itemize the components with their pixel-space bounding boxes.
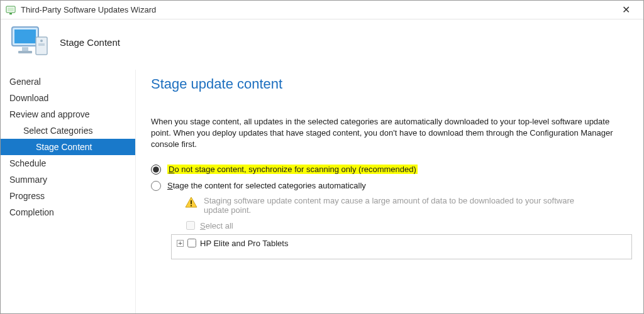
sidebar-item-download[interactable]: Download xyxy=(1,90,135,106)
sidebar-item-stage-content[interactable]: Stage Content xyxy=(1,139,135,155)
close-button[interactable]: ✕ xyxy=(613,4,638,16)
sidebar-item-general[interactable]: General xyxy=(1,73,135,90)
svg-rect-9 xyxy=(38,43,45,46)
radio-stage-auto-input[interactable] xyxy=(151,181,161,191)
radio-do-not-stage-label: Do not stage content, synchronize for sc… xyxy=(167,165,418,174)
categories-tree[interactable]: + HP Elite and Pro Tablets xyxy=(171,234,632,259)
tree-expander-icon[interactable]: + xyxy=(177,240,184,247)
page-header: Stage Content xyxy=(1,19,643,70)
sidebar: GeneralDownloadReview and approveSelect … xyxy=(1,70,136,313)
stage-options: Do not stage content, synchronize for sc… xyxy=(151,165,632,191)
svg-rect-6 xyxy=(18,51,32,53)
content-description: When you stage content, all updates in t… xyxy=(151,116,616,151)
radio-do-not-stage-input[interactable] xyxy=(151,165,161,175)
select-all-row[interactable]: Select all xyxy=(186,221,632,230)
wizard-window: Third-Party Software Updates Wizard ✕ St… xyxy=(0,0,644,314)
sidebar-item-progress[interactable]: Progress xyxy=(1,188,135,204)
sidebar-item-summary[interactable]: Summary xyxy=(1,171,135,188)
staging-warning-text: Staging software update content may caus… xyxy=(204,196,587,215)
select-all-checkbox[interactable] xyxy=(186,221,195,230)
staging-warning: Staging software update content may caus… xyxy=(185,196,587,215)
svg-rect-11 xyxy=(191,200,192,204)
select-all-label: Select all xyxy=(200,221,233,230)
titlebar: Third-Party Software Updates Wizard ✕ xyxy=(1,1,643,19)
content-panel: Stage update content When you stage cont… xyxy=(136,70,643,313)
sidebar-item-completion[interactable]: Completion xyxy=(1,204,135,220)
radio-do-not-stage[interactable]: Do not stage content, synchronize for sc… xyxy=(151,165,632,175)
page-title: Stage Content xyxy=(60,37,120,48)
tree-item-label: HP Elite and Pro Tablets xyxy=(200,239,288,248)
svg-rect-5 xyxy=(22,47,28,51)
svg-rect-1 xyxy=(8,8,14,11)
warning-icon xyxy=(185,196,197,208)
svg-rect-4 xyxy=(14,30,36,43)
tree-item-checkbox[interactable] xyxy=(187,239,196,247)
monitor-computer-icon xyxy=(11,24,51,60)
wizard-body: GeneralDownloadReview and approveSelect … xyxy=(1,70,643,313)
sidebar-item-review-and-approve[interactable]: Review and approve xyxy=(1,106,135,122)
svg-point-8 xyxy=(40,40,43,42)
app-icon xyxy=(6,5,16,15)
radio-stage-auto-label: Stage the content for selected categorie… xyxy=(167,181,366,190)
content-title: Stage update content xyxy=(151,76,632,92)
svg-rect-2 xyxy=(9,13,12,14)
radio-stage-auto[interactable]: Stage the content for selected categorie… xyxy=(151,181,632,191)
svg-rect-12 xyxy=(191,205,192,206)
window-title: Third-Party Software Updates Wizard xyxy=(21,5,613,14)
sidebar-item-select-categories[interactable]: Select Categories xyxy=(1,122,135,139)
tree-item-hp-elite-pro-tablets[interactable]: + HP Elite and Pro Tablets xyxy=(177,239,626,248)
sidebar-item-schedule[interactable]: Schedule xyxy=(1,155,135,171)
